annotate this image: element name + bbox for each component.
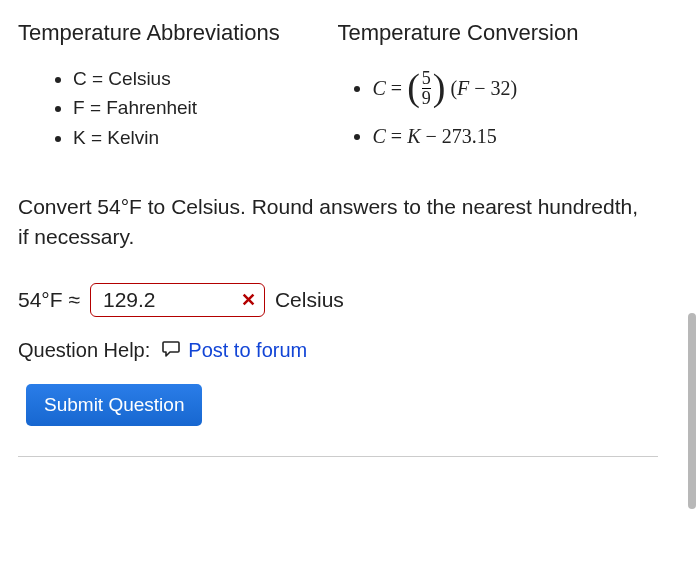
scrollbar-track[interactable] [684,0,696,561]
formula-list: C = (59) (F − 32) C = K − 273.15 [338,64,648,160]
post-to-forum-link[interactable]: Post to forum [162,339,307,362]
list-item: F = Fahrenheit [73,93,328,122]
post-to-forum-text: Post to forum [188,339,307,362]
question-help-label: Question Help: [18,339,150,362]
answer-lhs: 54°F ≈ [18,288,80,312]
answer-unit: Celsius [275,288,344,312]
answer-input[interactable] [101,287,220,313]
question-prompt: Convert 54°F to Celsius. Round answers t… [18,192,647,253]
submit-question-button[interactable]: Submit Question [26,384,202,426]
scrollbar-thumb[interactable] [688,313,696,509]
list-item: K = Kelvin [73,123,328,152]
formula-celsius-from-f: C = (59) (F − 32) [373,64,648,112]
conversion-heading: Temperature Conversion [338,20,648,46]
incorrect-icon: ✕ [241,289,256,311]
divider [18,456,658,457]
abbreviations-list: C = Celsius F = Fahrenheit K = Kelvin [18,64,328,152]
abbreviations-heading: Temperature Abbreviations [18,20,328,46]
answer-input-wrapper[interactable]: ✕ [90,283,265,317]
chat-icon [162,340,182,361]
list-item: C = Celsius [73,64,328,93]
formula-celsius-from-k: C = K − 273.15 [373,112,648,160]
